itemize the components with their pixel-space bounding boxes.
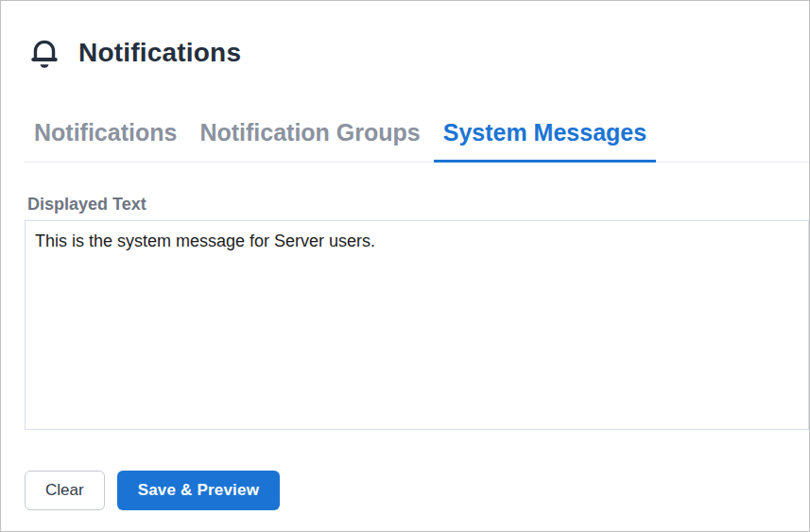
tab-notifications[interactable]: Notifications: [25, 107, 186, 163]
button-row: Clear Save & Preview: [25, 471, 809, 510]
page-header: Notifications: [27, 35, 809, 71]
clear-button[interactable]: Clear: [25, 471, 105, 510]
tab-system-messages[interactable]: System Messages: [434, 107, 656, 163]
displayed-text-input[interactable]: This is the system message for Server us…: [25, 220, 809, 430]
displayed-text-label: Displayed Text: [27, 195, 809, 215]
notifications-panel: Notifications Notifications Notification…: [0, 0, 810, 532]
save-preview-button[interactable]: Save & Preview: [117, 471, 281, 510]
tab-notification-groups[interactable]: Notification Groups: [190, 107, 429, 163]
tab-bar: Notifications Notification Groups System…: [25, 107, 809, 163]
page-title: Notifications: [78, 38, 241, 68]
bell-icon: [27, 35, 61, 71]
